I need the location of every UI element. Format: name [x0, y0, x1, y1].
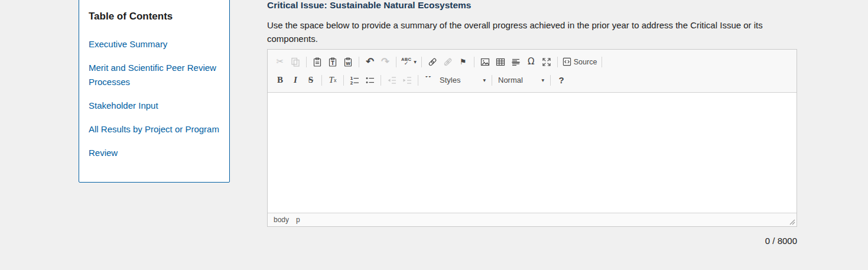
- copy-button: [288, 54, 303, 70]
- styles-dropdown-label: Styles: [440, 76, 460, 84]
- omega-icon: Ω: [528, 57, 534, 66]
- path-element-p[interactable]: p: [296, 216, 300, 224]
- toolbar-separator: [343, 75, 344, 86]
- svg-text:T: T: [331, 61, 334, 66]
- toolbar-row-1: ✂ T W ↶ ↷: [272, 53, 792, 71]
- toolbar-separator: [602, 57, 602, 67]
- insert-image-button[interactable]: [477, 54, 493, 70]
- spell-check-button[interactable]: ABC ✓ ▼: [399, 54, 418, 70]
- spellcheck-icon: ABC ✓: [401, 57, 411, 66]
- toc-link-executive-summary[interactable]: Executive Summary: [89, 37, 220, 51]
- toc-title: Table of Contents: [89, 10, 220, 23]
- table-of-contents-panel: Table of Contents Executive Summary Meri…: [79, 0, 230, 183]
- toolbar-separator: [306, 57, 307, 67]
- strikethrough-button[interactable]: S: [303, 73, 318, 88]
- paste-plain-text-icon: T: [328, 57, 337, 67]
- rich-text-editor: ✂ T W ↶ ↷: [267, 49, 797, 227]
- toolbar-separator: [474, 57, 474, 67]
- paste-icon: [313, 57, 322, 67]
- resize-grip-icon: [789, 219, 795, 225]
- decrease-indent-button: [384, 73, 399, 88]
- remove-format-icon: T: [329, 75, 334, 85]
- paste-from-word-button[interactable]: W: [340, 54, 356, 70]
- page-title: Critical Issue: Sustainable Natural Ecos…: [267, 0, 471, 11]
- toc-link-stakeholder-input[interactable]: Stakeholder Input: [89, 99, 220, 113]
- toolbar-separator: [396, 57, 396, 67]
- flag-icon: ⚑: [460, 58, 467, 66]
- source-button-label: Source: [574, 58, 597, 66]
- increase-indent-button: [399, 73, 415, 88]
- paragraph-format-label: Normal: [498, 76, 523, 84]
- paste-button[interactable]: [310, 54, 325, 70]
- source-button[interactable]: Source: [561, 54, 599, 70]
- image-icon: [480, 57, 490, 67]
- increase-indent-icon: [402, 76, 412, 85]
- toolbar-separator: [421, 57, 422, 67]
- blockquote-button[interactable]: ”: [421, 73, 437, 88]
- bold-button[interactable]: B: [272, 73, 288, 88]
- chevron-down-icon: ▼: [483, 78, 486, 82]
- remove-format-button[interactable]: Tx: [325, 73, 340, 88]
- toolbar-separator: [321, 75, 322, 86]
- source-code-icon: [563, 57, 571, 66]
- toolbar-separator: [557, 57, 558, 67]
- link-button[interactable]: [425, 54, 440, 70]
- about-editor-button[interactable]: ?: [554, 73, 569, 88]
- question-mark-icon: ?: [558, 75, 564, 85]
- maximize-button[interactable]: [539, 54, 554, 70]
- horizontal-rule-button[interactable]: [508, 54, 524, 70]
- chevron-down-icon: ▼: [541, 78, 544, 82]
- toolbar-separator: [550, 75, 551, 86]
- horizontal-rule-icon: [511, 57, 521, 67]
- paste-from-word-icon: W: [343, 57, 353, 67]
- path-element-body[interactable]: body: [274, 216, 289, 224]
- character-counter: 0 / 8000: [267, 236, 797, 246]
- bulleted-list-icon: [365, 76, 375, 85]
- link-icon: [428, 57, 437, 67]
- editor-path-bar: body p: [268, 213, 797, 226]
- redo-icon: ↷: [381, 57, 389, 67]
- insert-table-button[interactable]: [493, 54, 508, 70]
- scissors-icon: ✂: [277, 57, 284, 66]
- toc-link-all-results[interactable]: All Results by Project or Program: [89, 122, 220, 136]
- special-character-button[interactable]: Ω: [524, 54, 539, 70]
- cut-button: ✂: [272, 54, 288, 70]
- paste-plain-text-button[interactable]: T: [325, 54, 340, 70]
- main-content: Critical Issue: Sustainable Natural Ecos…: [267, 0, 797, 270]
- bold-icon: B: [277, 75, 283, 85]
- strikethrough-icon: S: [308, 75, 313, 85]
- undo-icon: ↶: [366, 57, 374, 67]
- editor-toolbar: ✂ T W ↶ ↷: [268, 50, 797, 93]
- svg-text:2: 2: [350, 80, 353, 85]
- resize-handle[interactable]: [789, 219, 795, 225]
- toolbar-separator: [418, 75, 418, 86]
- toolbar-row-2: B I S Tx 12: [272, 71, 792, 89]
- numbered-list-button[interactable]: 12: [347, 73, 362, 88]
- anchor-button[interactable]: ⚑: [456, 54, 471, 70]
- italic-button[interactable]: I: [288, 73, 303, 88]
- paragraph-format-dropdown[interactable]: Normal ▼: [495, 73, 547, 88]
- toolbar-separator: [492, 75, 492, 86]
- toc-link-review[interactable]: Review: [89, 146, 220, 160]
- numbered-list-icon: 12: [350, 76, 359, 85]
- table-icon: [496, 57, 505, 67]
- chevron-down-icon: ▼: [414, 60, 417, 64]
- maximize-icon: [542, 57, 551, 67]
- editor-content-area[interactable]: [268, 93, 797, 213]
- toc-link-merit-peer-review[interactable]: Merit and Scientific Peer Review Process…: [89, 61, 220, 89]
- toolbar-separator: [359, 57, 359, 67]
- styles-dropdown[interactable]: Styles ▼: [437, 73, 489, 88]
- decrease-indent-icon: [387, 76, 396, 85]
- blockquote-icon: ”: [425, 76, 433, 84]
- redo-button: ↷: [378, 54, 393, 70]
- copy-icon: [291, 57, 300, 67]
- italic-icon: I: [294, 75, 297, 85]
- unlink-button: [440, 54, 456, 70]
- unlink-icon: [443, 57, 453, 67]
- toolbar-separator: [381, 75, 381, 86]
- bulleted-list-button[interactable]: [362, 73, 378, 88]
- svg-text:W: W: [346, 61, 350, 66]
- instructions-text: Use the space below to provide a summary…: [267, 18, 775, 45]
- undo-button[interactable]: ↶: [362, 54, 378, 70]
